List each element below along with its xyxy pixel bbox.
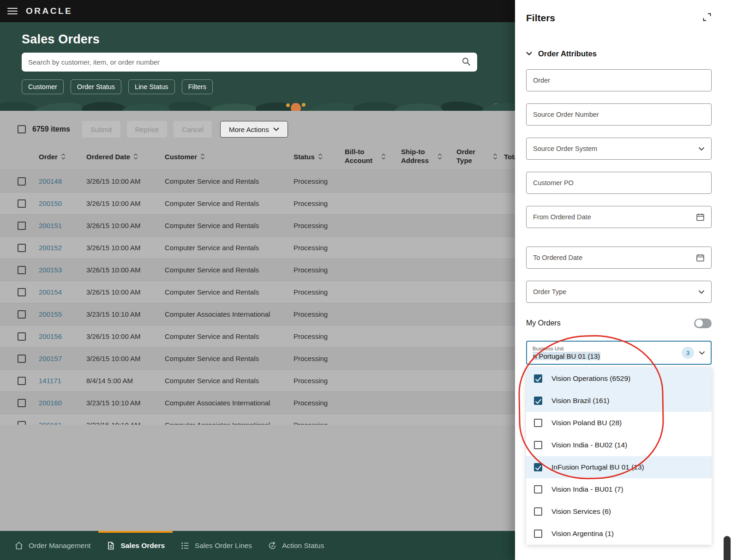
row-checkbox[interactable]	[18, 421, 26, 425]
source-order-number-input[interactable]	[533, 111, 705, 118]
chip-order-status[interactable]: Order Status	[71, 79, 121, 94]
option-vision-brazil[interactable]: Vision Brazil (161)	[526, 390, 712, 412]
expand-icon[interactable]	[702, 12, 712, 24]
nav-sales-orders[interactable]: Sales Orders	[98, 531, 173, 560]
document-icon	[106, 541, 115, 550]
status: Processing	[294, 177, 345, 185]
customer: Computer Associates International	[165, 421, 294, 425]
checkbox[interactable]	[534, 507, 542, 516]
checkbox[interactable]	[534, 397, 542, 405]
more-actions-label: More Actions	[229, 126, 269, 133]
selected-count-badge: 3	[682, 347, 694, 359]
order-filter-field[interactable]	[526, 69, 712, 91]
business-unit-combobox[interactable]: Business Unit n Portugal BU 01 (13) 3	[526, 341, 712, 365]
select-all-checkbox[interactable]	[18, 125, 26, 133]
checkbox[interactable]	[534, 441, 542, 449]
section-order-attributes[interactable]: Order Attributes	[526, 48, 712, 59]
chip-filters[interactable]: Filters	[182, 79, 213, 94]
calendar-icon[interactable]	[696, 213, 705, 222]
ordered-date: 3/26/15 10:00 AM	[86, 244, 165, 252]
checkbox[interactable]	[534, 374, 542, 383]
from-ordered-date-input[interactable]	[533, 213, 696, 221]
ordered-date: 3/26/15 10:00 AM	[86, 288, 165, 296]
my-orders-toggle[interactable]	[694, 319, 712, 328]
scrollbar-thumb[interactable]	[724, 536, 731, 560]
row-checkbox[interactable]	[18, 199, 26, 208]
nav-action-status[interactable]: Action Status	[260, 531, 332, 560]
calendar-icon[interactable]	[696, 253, 705, 262]
more-actions-button[interactable]: More Actions	[220, 121, 288, 138]
option-vision-operations[interactable]: Vision Operations (6529)	[526, 367, 712, 390]
source-order-system-select[interactable]: Source Order System	[526, 138, 712, 160]
order-filter-input[interactable]	[533, 77, 705, 84]
option-label: Vision India - BU02 (14)	[551, 441, 627, 449]
option-vision-india-bu02[interactable]: Vision India - BU02 (14)	[526, 434, 712, 456]
chevron-down-icon[interactable]	[698, 290, 705, 294]
row-checkbox[interactable]	[18, 355, 26, 363]
order-link[interactable]: 141171	[39, 377, 86, 385]
order-link[interactable]: 200161	[39, 421, 86, 425]
search-icon[interactable]	[461, 57, 471, 68]
order-link[interactable]: 200151	[39, 222, 86, 229]
sort-icon	[318, 153, 323, 160]
row-checkbox[interactable]	[18, 222, 26, 230]
status: Processing	[294, 222, 345, 229]
col-ordered-date[interactable]: Ordered Date	[86, 153, 165, 161]
row-checkbox[interactable]	[18, 177, 26, 186]
row-checkbox[interactable]	[18, 377, 26, 385]
menu-icon[interactable]	[7, 8, 18, 15]
reprice-button[interactable]: Reprice	[127, 121, 168, 138]
status: Processing	[294, 310, 345, 318]
to-ordered-date-input[interactable]	[533, 254, 696, 261]
col-order-type[interactable]: Order Type	[456, 148, 504, 165]
from-ordered-date-field[interactable]	[526, 206, 712, 228]
col-ship-to-address[interactable]: Ship-to Address	[401, 148, 456, 165]
col-status[interactable]: Status	[294, 153, 345, 161]
row-checkbox[interactable]	[18, 332, 26, 341]
option-vision-argentina[interactable]: Vision Argentina (1)	[526, 523, 712, 545]
row-checkbox[interactable]	[18, 310, 26, 319]
order-link[interactable]: 200153	[39, 266, 86, 274]
submit-button[interactable]: Submit	[82, 121, 120, 138]
order-link[interactable]: 200156	[39, 332, 86, 340]
to-ordered-date-field[interactable]	[526, 247, 712, 269]
nav-sales-order-lines[interactable]: Sales Order Lines	[173, 531, 260, 560]
col-bill-to-account[interactable]: Bill-to Account	[345, 148, 401, 165]
checkbox[interactable]	[534, 485, 542, 494]
col-order[interactable]: Order	[39, 153, 86, 161]
order-type-select[interactable]: Order Type	[526, 281, 712, 303]
order-link[interactable]: 200157	[39, 355, 86, 362]
checkbox[interactable]	[534, 463, 542, 471]
chip-customer[interactable]: Customer	[22, 79, 64, 94]
sort-icon	[200, 153, 205, 160]
row-checkbox[interactable]	[18, 266, 26, 274]
order-link[interactable]: 200160	[39, 399, 86, 407]
chevron-down-icon[interactable]	[699, 349, 705, 357]
option-vision-india-bu01[interactable]: Vision India - BU01 (7)	[526, 478, 712, 500]
search-input[interactable]	[28, 58, 461, 66]
col-customer[interactable]: Customer	[165, 153, 294, 161]
order-link[interactable]: 200152	[39, 244, 86, 252]
row-checkbox[interactable]	[18, 244, 26, 252]
row-checkbox[interactable]	[18, 399, 26, 407]
status: Processing	[294, 199, 345, 207]
checkbox[interactable]	[534, 419, 542, 427]
ordered-date: 8/4/14 5:00 AM	[86, 377, 165, 385]
customer-po-input[interactable]	[533, 179, 705, 187]
chip-line-status[interactable]: Line Status	[128, 79, 175, 94]
order-link[interactable]: 200154	[39, 288, 86, 296]
ordered-date: 3/23/15 10:10 AM	[86, 399, 165, 407]
order-link[interactable]: 200155	[39, 310, 86, 318]
order-link[interactable]: 200150	[39, 199, 86, 207]
option-infusion-portugal[interactable]: InFusion Portugal BU 01 (13)	[526, 456, 712, 478]
option-vision-poland[interactable]: Vision Poland BU (28)	[526, 412, 712, 434]
cancel-button[interactable]: Cancel	[174, 121, 212, 138]
chevron-down-icon[interactable]	[698, 147, 705, 151]
order-link[interactable]: 200148	[39, 177, 86, 185]
customer-po-field[interactable]	[526, 172, 712, 194]
checkbox[interactable]	[534, 530, 542, 538]
row-checkbox[interactable]	[18, 288, 26, 296]
option-vision-services[interactable]: Vision Services (6)	[526, 500, 712, 523]
source-order-number-field[interactable]	[526, 103, 712, 126]
nav-order-management[interactable]: Order Management	[6, 531, 98, 560]
